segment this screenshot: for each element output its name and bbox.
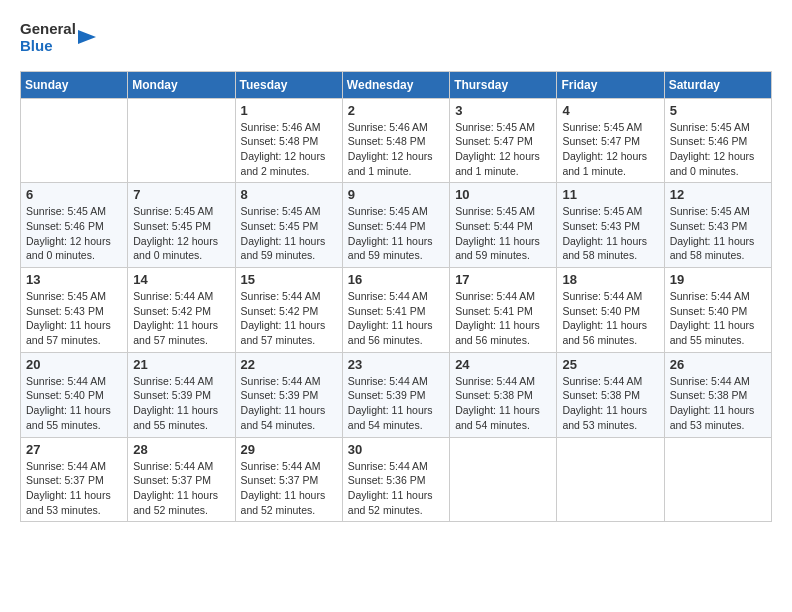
calendar-cell [557,437,664,522]
day-number: 20 [26,357,122,372]
calendar-cell: 29Sunrise: 5:44 AM Sunset: 5:37 PM Dayli… [235,437,342,522]
day-details: Sunrise: 5:45 AM Sunset: 5:47 PM Dayligh… [562,120,658,179]
day-number: 4 [562,103,658,118]
calendar-cell: 6Sunrise: 5:45 AM Sunset: 5:46 PM Daylig… [21,183,128,268]
day-details: Sunrise: 5:44 AM Sunset: 5:40 PM Dayligh… [562,289,658,348]
calendar-week-row: 27Sunrise: 5:44 AM Sunset: 5:37 PM Dayli… [21,437,772,522]
day-details: Sunrise: 5:44 AM Sunset: 5:37 PM Dayligh… [241,459,337,518]
day-details: Sunrise: 5:45 AM Sunset: 5:46 PM Dayligh… [26,204,122,263]
day-number: 2 [348,103,444,118]
calendar-cell [21,98,128,183]
day-number: 5 [670,103,766,118]
calendar-cell: 12Sunrise: 5:45 AM Sunset: 5:43 PM Dayli… [664,183,771,268]
day-number: 9 [348,187,444,202]
day-details: Sunrise: 5:44 AM Sunset: 5:41 PM Dayligh… [455,289,551,348]
weekday-header-monday: Monday [128,71,235,98]
day-details: Sunrise: 5:44 AM Sunset: 5:37 PM Dayligh… [26,459,122,518]
day-details: Sunrise: 5:45 AM Sunset: 5:45 PM Dayligh… [241,204,337,263]
day-number: 17 [455,272,551,287]
weekday-header-friday: Friday [557,71,664,98]
calendar-cell: 8Sunrise: 5:45 AM Sunset: 5:45 PM Daylig… [235,183,342,268]
day-details: Sunrise: 5:45 AM Sunset: 5:43 PM Dayligh… [26,289,122,348]
calendar-cell: 15Sunrise: 5:44 AM Sunset: 5:42 PM Dayli… [235,268,342,353]
day-number: 3 [455,103,551,118]
calendar-cell: 11Sunrise: 5:45 AM Sunset: 5:43 PM Dayli… [557,183,664,268]
weekday-header-wednesday: Wednesday [342,71,449,98]
day-number: 10 [455,187,551,202]
calendar-cell [664,437,771,522]
day-number: 13 [26,272,122,287]
day-details: Sunrise: 5:45 AM Sunset: 5:44 PM Dayligh… [348,204,444,263]
calendar-cell [450,437,557,522]
day-details: Sunrise: 5:44 AM Sunset: 5:37 PM Dayligh… [133,459,229,518]
day-number: 1 [241,103,337,118]
calendar-cell: 24Sunrise: 5:44 AM Sunset: 5:38 PM Dayli… [450,352,557,437]
calendar-cell: 14Sunrise: 5:44 AM Sunset: 5:42 PM Dayli… [128,268,235,353]
calendar-cell: 10Sunrise: 5:45 AM Sunset: 5:44 PM Dayli… [450,183,557,268]
day-details: Sunrise: 5:44 AM Sunset: 5:38 PM Dayligh… [670,374,766,433]
calendar-cell: 26Sunrise: 5:44 AM Sunset: 5:38 PM Dayli… [664,352,771,437]
day-details: Sunrise: 5:46 AM Sunset: 5:48 PM Dayligh… [241,120,337,179]
day-details: Sunrise: 5:45 AM Sunset: 5:46 PM Dayligh… [670,120,766,179]
calendar-cell: 3Sunrise: 5:45 AM Sunset: 5:47 PM Daylig… [450,98,557,183]
day-number: 19 [670,272,766,287]
calendar-cell: 28Sunrise: 5:44 AM Sunset: 5:37 PM Dayli… [128,437,235,522]
day-details: Sunrise: 5:44 AM Sunset: 5:40 PM Dayligh… [26,374,122,433]
day-number: 16 [348,272,444,287]
day-details: Sunrise: 5:45 AM Sunset: 5:43 PM Dayligh… [562,204,658,263]
day-details: Sunrise: 5:46 AM Sunset: 5:48 PM Dayligh… [348,120,444,179]
day-details: Sunrise: 5:44 AM Sunset: 5:36 PM Dayligh… [348,459,444,518]
day-details: Sunrise: 5:44 AM Sunset: 5:39 PM Dayligh… [241,374,337,433]
calendar-table: SundayMondayTuesdayWednesdayThursdayFrid… [20,71,772,523]
weekday-header-tuesday: Tuesday [235,71,342,98]
page-header: General Blue [20,20,772,55]
day-details: Sunrise: 5:44 AM Sunset: 5:39 PM Dayligh… [133,374,229,433]
day-details: Sunrise: 5:44 AM Sunset: 5:39 PM Dayligh… [348,374,444,433]
day-number: 8 [241,187,337,202]
day-number: 25 [562,357,658,372]
calendar-cell: 9Sunrise: 5:45 AM Sunset: 5:44 PM Daylig… [342,183,449,268]
day-number: 12 [670,187,766,202]
day-number: 28 [133,442,229,457]
day-details: Sunrise: 5:45 AM Sunset: 5:45 PM Dayligh… [133,204,229,263]
logo: General Blue [20,20,96,55]
calendar-cell: 21Sunrise: 5:44 AM Sunset: 5:39 PM Dayli… [128,352,235,437]
logo-general-text: General [20,20,76,37]
calendar-cell: 16Sunrise: 5:44 AM Sunset: 5:41 PM Dayli… [342,268,449,353]
calendar-cell: 30Sunrise: 5:44 AM Sunset: 5:36 PM Dayli… [342,437,449,522]
weekday-header-thursday: Thursday [450,71,557,98]
day-number: 29 [241,442,337,457]
day-details: Sunrise: 5:45 AM Sunset: 5:44 PM Dayligh… [455,204,551,263]
calendar-week-row: 6Sunrise: 5:45 AM Sunset: 5:46 PM Daylig… [21,183,772,268]
day-number: 15 [241,272,337,287]
day-number: 7 [133,187,229,202]
calendar-cell: 2Sunrise: 5:46 AM Sunset: 5:48 PM Daylig… [342,98,449,183]
logo-arrow-icon [78,22,96,52]
calendar-cell: 4Sunrise: 5:45 AM Sunset: 5:47 PM Daylig… [557,98,664,183]
day-number: 14 [133,272,229,287]
day-details: Sunrise: 5:44 AM Sunset: 5:41 PM Dayligh… [348,289,444,348]
calendar-cell: 7Sunrise: 5:45 AM Sunset: 5:45 PM Daylig… [128,183,235,268]
calendar-cell: 5Sunrise: 5:45 AM Sunset: 5:46 PM Daylig… [664,98,771,183]
day-number: 26 [670,357,766,372]
calendar-week-row: 1Sunrise: 5:46 AM Sunset: 5:48 PM Daylig… [21,98,772,183]
calendar-header-row: SundayMondayTuesdayWednesdayThursdayFrid… [21,71,772,98]
day-number: 11 [562,187,658,202]
calendar-week-row: 20Sunrise: 5:44 AM Sunset: 5:40 PM Dayli… [21,352,772,437]
day-number: 23 [348,357,444,372]
weekday-header-sunday: Sunday [21,71,128,98]
calendar-cell: 22Sunrise: 5:44 AM Sunset: 5:39 PM Dayli… [235,352,342,437]
calendar-cell: 1Sunrise: 5:46 AM Sunset: 5:48 PM Daylig… [235,98,342,183]
calendar-cell [128,98,235,183]
day-number: 18 [562,272,658,287]
calendar-cell: 25Sunrise: 5:44 AM Sunset: 5:38 PM Dayli… [557,352,664,437]
day-number: 21 [133,357,229,372]
day-details: Sunrise: 5:44 AM Sunset: 5:42 PM Dayligh… [133,289,229,348]
day-details: Sunrise: 5:45 AM Sunset: 5:43 PM Dayligh… [670,204,766,263]
calendar-cell: 19Sunrise: 5:44 AM Sunset: 5:40 PM Dayli… [664,268,771,353]
day-number: 6 [26,187,122,202]
calendar-week-row: 13Sunrise: 5:45 AM Sunset: 5:43 PM Dayli… [21,268,772,353]
day-details: Sunrise: 5:44 AM Sunset: 5:42 PM Dayligh… [241,289,337,348]
calendar-cell: 27Sunrise: 5:44 AM Sunset: 5:37 PM Dayli… [21,437,128,522]
weekday-header-saturday: Saturday [664,71,771,98]
